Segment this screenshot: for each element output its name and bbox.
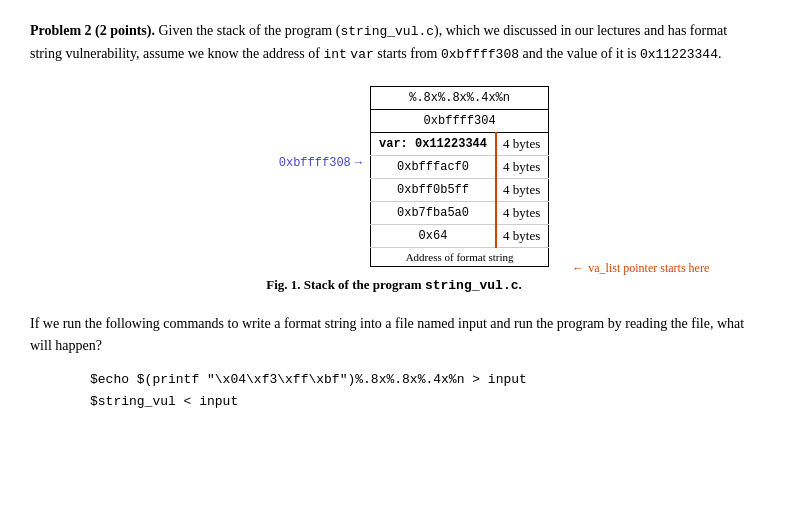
problem-desc1: Given the stack of the program ( — [155, 23, 340, 38]
code-filename: string_vul.c — [340, 24, 434, 39]
cell-value-2: 0xbff0b5ff — [370, 178, 496, 201]
stack-diagram: 0xbffff308 %.8x%.8x%.4x%n 0xbffff304 var… — [279, 86, 549, 267]
fig-bold: Fig. 1. — [266, 277, 300, 292]
stack-data-row-2: 0xbff0b5ff 4 bytes — [370, 178, 548, 201]
fig-code: string_vul.c — [425, 278, 519, 293]
figure-caption: Fig. 1. Stack of the program string_vul.… — [266, 277, 522, 293]
code-line-2: $string_vul < input — [90, 391, 758, 413]
cell-bytes-3: 4 bytes — [496, 201, 549, 224]
stack-bottom-row: Address of format string — [370, 247, 548, 266]
cell-bytes-4: 4 bytes — [496, 224, 549, 247]
code-var: var — [350, 47, 373, 62]
figure-container: 0xbffff308 %.8x%.8x%.4x%n 0xbffff304 var… — [30, 86, 758, 293]
stack-data-row-3: 0xb7fba5a0 4 bytes — [370, 201, 548, 224]
question-text: If we run the following commands to writ… — [30, 313, 758, 358]
stack-second-row: 0xbffff304 — [370, 109, 548, 132]
stack-data-row-4: 0x64 4 bytes — [370, 224, 548, 247]
problem-heading: Problem 2 (2 points). — [30, 23, 155, 38]
left-addr-text: 0xbffff308 — [279, 156, 362, 170]
fig-end: . — [519, 277, 522, 292]
problem-desc4: and the value of it is — [519, 46, 640, 61]
cell-bytes-0: 4 bytes — [496, 132, 549, 155]
code-val: 0x11223344 — [640, 47, 718, 62]
problem-desc3: starts from — [374, 46, 441, 61]
cell-value-3: 0xb7fba5a0 — [370, 201, 496, 224]
cell-bytes-2: 4 bytes — [496, 178, 549, 201]
stack-wrapper: %.8x%.8x%.4x%n 0xbffff304 var: 0x1122334… — [370, 86, 549, 267]
cell-value-1: 0xbfffacf0 — [370, 155, 496, 178]
bottom-label-cell: Address of format string — [370, 247, 548, 266]
cell-bytes-1: 4 bytes — [496, 155, 549, 178]
problem-desc5: . — [718, 46, 722, 61]
left-address-label: 0xbffff308 — [279, 156, 362, 170]
fig-text: Stack of the program — [301, 277, 425, 292]
code-line-1: $echo $(printf "\x04\xf3\xff\xbf")%.8x%.… — [90, 369, 758, 391]
format-string-cell: %.8x%.8x%.4x%n — [370, 86, 548, 109]
stack-data-row-1: 0xbfffacf0 4 bytes — [370, 155, 548, 178]
second-addr-cell: 0xbffff304 — [370, 109, 548, 132]
problem-statement: Problem 2 (2 points). Given the stack of… — [30, 20, 758, 66]
va-list-text: va_list pointer starts here — [588, 261, 709, 276]
stack-table: %.8x%.8x%.4x%n 0xbffff304 var: 0x1122334… — [370, 86, 549, 267]
stack-top-format-row: %.8x%.8x%.4x%n — [370, 86, 548, 109]
code-addr: 0xbffff308 — [441, 47, 519, 62]
code-block: $echo $(printf "\x04\xf3\xff\xbf")%.8x%.… — [90, 369, 758, 413]
stack-data-row-0: var: 0x11223344 4 bytes — [370, 132, 548, 155]
fig-label: Fig. 1. Stack of the program string_vul.… — [266, 277, 522, 292]
code-int: int — [323, 47, 346, 62]
cell-value-0: var: 0x11223344 — [370, 132, 496, 155]
va-list-annotation: va_list pointer starts here — [572, 261, 709, 276]
cell-value-4: 0x64 — [370, 224, 496, 247]
